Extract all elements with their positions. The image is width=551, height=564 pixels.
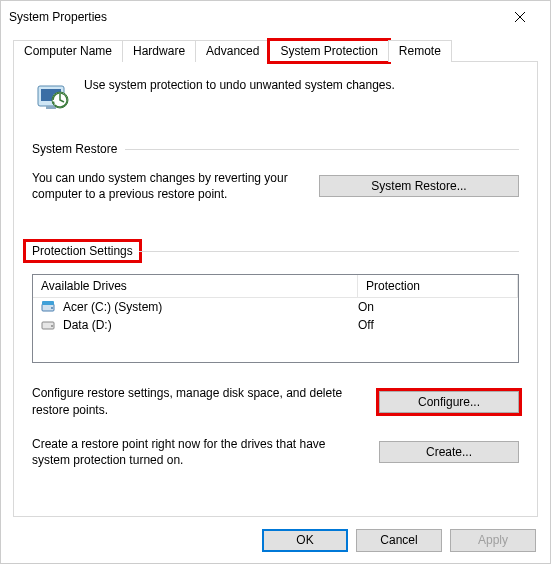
section-header-protection: Protection Settings bbox=[32, 242, 519, 260]
create-button[interactable]: Create... bbox=[379, 441, 519, 463]
tab-system-protection[interactable]: System Protection bbox=[269, 40, 388, 62]
drives-table: Available Drives Protection Acer (C:) (S… bbox=[32, 274, 519, 363]
drive-status: Off bbox=[358, 318, 510, 332]
col-available-drives[interactable]: Available Drives bbox=[33, 275, 358, 298]
configure-button[interactable]: Configure... bbox=[379, 391, 519, 413]
section-title-protection: Protection Settings bbox=[26, 242, 139, 260]
system-protection-icon bbox=[32, 76, 72, 116]
close-button[interactable] bbox=[498, 2, 542, 32]
svg-point-10 bbox=[51, 325, 53, 327]
svg-point-8 bbox=[51, 307, 53, 309]
table-row[interactable]: Data (D:) Off bbox=[33, 316, 518, 334]
intro-text: Use system protection to undo unwanted s… bbox=[84, 76, 395, 116]
ok-button[interactable]: OK bbox=[262, 529, 348, 552]
svg-rect-7 bbox=[42, 301, 54, 305]
drives-header: Available Drives Protection bbox=[33, 275, 518, 298]
cancel-button[interactable]: Cancel bbox=[356, 529, 442, 552]
table-row[interactable]: Acer (C:) (System) On bbox=[33, 298, 518, 316]
section-title-restore: System Restore bbox=[32, 142, 125, 156]
content-area: Computer Name Hardware Advanced System P… bbox=[1, 33, 550, 517]
apply-button[interactable]: Apply bbox=[450, 529, 536, 552]
titlebar: System Properties bbox=[1, 1, 550, 33]
create-row: Create a restore point right now for the… bbox=[32, 436, 519, 468]
tab-hardware[interactable]: Hardware bbox=[122, 40, 196, 62]
configure-desc: Configure restore settings, manage disk … bbox=[32, 385, 363, 417]
tab-remote[interactable]: Remote bbox=[388, 40, 452, 62]
drive-icon bbox=[41, 300, 57, 314]
tab-panel: Use system protection to undo unwanted s… bbox=[13, 61, 538, 517]
section-header-restore: System Restore bbox=[32, 142, 519, 156]
window-title: System Properties bbox=[9, 10, 498, 24]
restore-desc: You can undo system changes by reverting… bbox=[32, 170, 303, 202]
drive-name: Data (D:) bbox=[63, 318, 358, 332]
intro-row: Use system protection to undo unwanted s… bbox=[32, 76, 519, 116]
tab-computer-name[interactable]: Computer Name bbox=[13, 40, 123, 62]
drive-icon bbox=[41, 318, 57, 332]
col-protection[interactable]: Protection bbox=[358, 275, 518, 298]
restore-row: You can undo system changes by reverting… bbox=[32, 170, 519, 202]
create-desc: Create a restore point right now for the… bbox=[32, 436, 363, 468]
dialog-footer: OK Cancel Apply bbox=[1, 517, 550, 563]
system-restore-button[interactable]: System Restore... bbox=[319, 175, 519, 197]
drive-name: Acer (C:) (System) bbox=[63, 300, 358, 314]
configure-row: Configure restore settings, manage disk … bbox=[32, 385, 519, 417]
close-icon bbox=[514, 11, 526, 23]
drive-status: On bbox=[358, 300, 510, 314]
divider bbox=[125, 149, 519, 150]
tab-advanced[interactable]: Advanced bbox=[195, 40, 270, 62]
system-properties-window: System Properties Computer Name Hardware… bbox=[0, 0, 551, 564]
divider bbox=[139, 251, 519, 252]
drives-body: Acer (C:) (System) On Data (D:) Off bbox=[33, 298, 518, 362]
tab-strip: Computer Name Hardware Advanced System P… bbox=[13, 40, 538, 62]
